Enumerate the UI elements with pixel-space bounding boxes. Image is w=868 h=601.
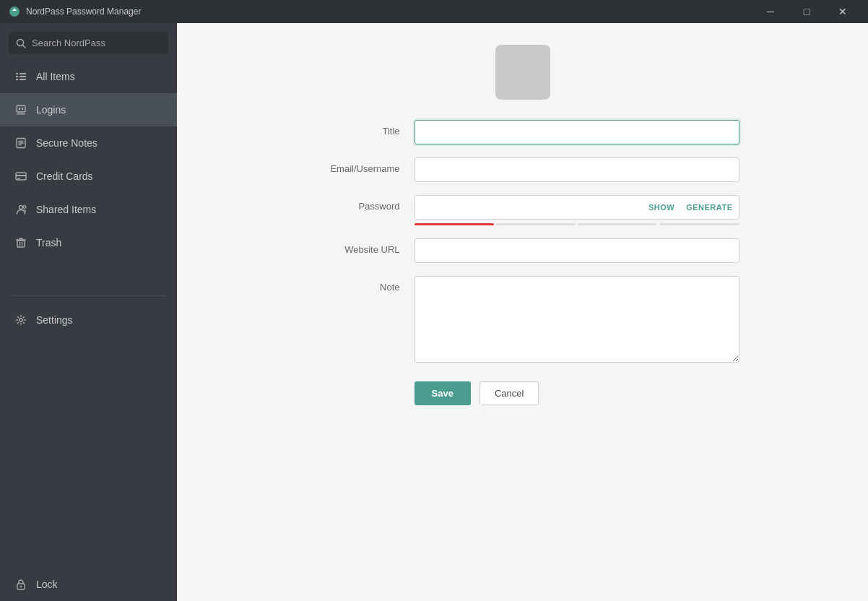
close-button[interactable]: ✕ xyxy=(826,0,859,23)
sidebar-item-lock[interactable]: Lock xyxy=(0,568,177,601)
form-actions: Save Cancel xyxy=(306,381,739,405)
title-row: Title xyxy=(306,120,739,144)
email-label: Email/Username xyxy=(306,157,415,174)
password-input-row: SHOW GENERATE xyxy=(415,195,739,220)
note-icon xyxy=(14,137,27,150)
svg-rect-21 xyxy=(17,241,25,247)
password-label: Password xyxy=(306,195,415,212)
sidebar-item-lock-label: Lock xyxy=(36,579,58,590)
minimize-button[interactable]: ─ xyxy=(754,0,787,23)
sidebar-item-shared-items-label: Shared Items xyxy=(36,204,96,215)
url-row: Website URL xyxy=(306,238,739,263)
window-controls: ─ □ ✕ xyxy=(754,0,859,23)
strength-segment-2 xyxy=(496,223,576,225)
cancel-button[interactable]: Cancel xyxy=(479,381,539,405)
svg-rect-10 xyxy=(22,108,23,110)
svg-point-19 xyxy=(19,206,23,209)
svg-rect-5 xyxy=(19,76,26,77)
app-title: NordPass Password Manager xyxy=(26,7,141,17)
shared-icon xyxy=(14,203,27,216)
strength-segment-4 xyxy=(659,223,739,225)
lock-icon xyxy=(14,578,27,591)
title-label: Title xyxy=(306,120,415,137)
svg-rect-11 xyxy=(17,113,25,115)
sidebar-item-all-items[interactable]: All Items xyxy=(0,60,177,93)
sidebar-item-settings-label: Settings xyxy=(36,314,73,326)
app-body: Search NordPass All Items xyxy=(0,23,868,601)
login-icon xyxy=(14,103,27,116)
svg-point-27 xyxy=(20,586,22,587)
svg-rect-9 xyxy=(19,108,20,110)
nav-list: All Items Logins xyxy=(0,60,177,291)
save-button[interactable]: Save xyxy=(415,381,471,405)
show-password-button[interactable]: SHOW xyxy=(643,196,680,219)
sidebar-item-all-items-label: All Items xyxy=(36,71,75,82)
avatar-placeholder xyxy=(495,45,550,100)
svg-rect-4 xyxy=(16,76,18,77)
password-input[interactable] xyxy=(415,196,643,219)
trash-icon xyxy=(14,236,27,249)
sidebar-item-settings[interactable]: Settings xyxy=(0,303,177,337)
password-row: Password SHOW GENERATE xyxy=(306,195,739,225)
note-label: Note xyxy=(306,276,415,293)
main-content: Title Email/Username Password SHOW GENER… xyxy=(177,23,868,601)
sidebar-item-trash[interactable]: Trash xyxy=(0,226,177,259)
sidebar-item-logins[interactable]: Logins xyxy=(0,93,177,126)
sidebar-item-credit-cards-label: Credit Cards xyxy=(36,170,93,182)
title-input[interactable] xyxy=(415,120,739,144)
form-container: Title Email/Username Password SHOW GENER… xyxy=(306,45,739,405)
note-textarea[interactable] xyxy=(415,276,739,363)
svg-rect-3 xyxy=(19,73,26,74)
svg-rect-8 xyxy=(17,105,25,112)
sidebar: Search NordPass All Items xyxy=(0,23,177,601)
svg-point-20 xyxy=(23,206,26,209)
svg-rect-18 xyxy=(17,178,20,179)
app-icon xyxy=(9,6,20,17)
search-icon xyxy=(16,38,26,48)
sidebar-spacer xyxy=(0,337,177,568)
title-bar: NordPass Password Manager ─ □ ✕ xyxy=(0,0,868,23)
sidebar-item-logins-label: Logins xyxy=(36,104,66,116)
svg-rect-6 xyxy=(16,79,18,80)
url-label: Website URL xyxy=(306,238,415,255)
strength-segment-1 xyxy=(415,223,494,225)
settings-icon xyxy=(14,314,27,327)
sidebar-item-trash-label: Trash xyxy=(36,237,61,248)
nav-divider xyxy=(12,295,165,296)
strength-segment-3 xyxy=(578,223,657,225)
search-bar[interactable]: Search NordPass xyxy=(9,32,168,54)
note-row: Note xyxy=(306,276,739,363)
email-input[interactable] xyxy=(415,157,739,182)
maximize-button[interactable]: □ xyxy=(790,0,823,23)
svg-rect-2 xyxy=(16,73,18,74)
password-wrapper: SHOW GENERATE xyxy=(415,195,739,225)
svg-rect-7 xyxy=(19,79,26,80)
svg-rect-17 xyxy=(16,175,26,176)
list-icon xyxy=(14,70,27,83)
title-bar-left: NordPass Password Manager xyxy=(9,6,141,17)
svg-line-1 xyxy=(23,45,26,48)
sidebar-item-shared-items[interactable]: Shared Items xyxy=(0,193,177,226)
url-input[interactable] xyxy=(415,238,739,263)
password-strength xyxy=(415,223,739,225)
svg-point-25 xyxy=(19,319,22,321)
sidebar-item-credit-cards[interactable]: Credit Cards xyxy=(0,160,177,193)
email-row: Email/Username xyxy=(306,157,739,182)
card-icon xyxy=(14,170,27,183)
generate-password-button[interactable]: GENERATE xyxy=(680,196,738,219)
search-placeholder: Search NordPass xyxy=(32,38,105,48)
sidebar-item-secure-notes[interactable]: Secure Notes xyxy=(0,126,177,160)
sidebar-item-secure-notes-label: Secure Notes xyxy=(36,137,97,149)
